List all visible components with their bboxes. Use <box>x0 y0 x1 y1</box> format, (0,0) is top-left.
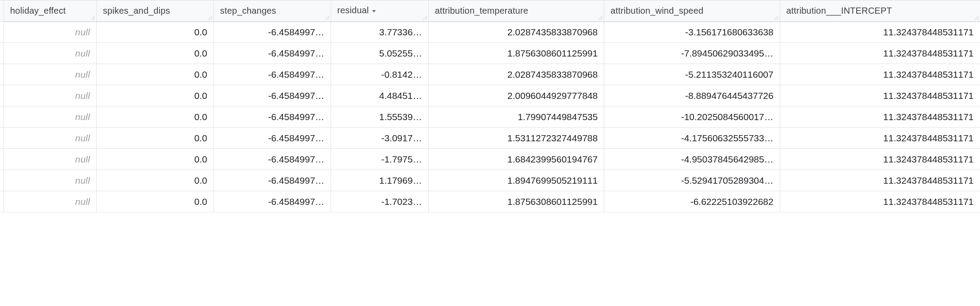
cell-attribution___INTERCEPT[interactable]: 11.324378448531171 <box>780 22 980 43</box>
cell-holiday_effect[interactable]: null <box>4 64 97 85</box>
cell-step_changes[interactable]: -6.4584997… <box>214 128 331 149</box>
cell-attribution_wind_speed[interactable]: -8.889476445437726 <box>604 85 780 106</box>
column-header-label: step_changes <box>220 6 276 15</box>
cell-attribution_temperature[interactable]: 2.0096044929777848 <box>428 85 604 106</box>
column-resize-handle-icon[interactable] <box>974 15 979 20</box>
column-header-attribution_temperature[interactable]: attribution_temperature <box>428 0 604 22</box>
cell-residual[interactable]: 4.48451… <box>331 85 428 106</box>
cell-residual[interactable]: -0.8142… <box>331 64 428 85</box>
table-row[interactable]: null0.0-6.4584997…-3.0917…1.531127232744… <box>0 128 980 149</box>
table-row[interactable]: null0.0-6.4584997…5.05255…1.875630860112… <box>0 43 980 64</box>
cell-attribution_temperature[interactable]: 1.8756308601125991 <box>428 43 604 64</box>
cell-attribution_wind_speed[interactable]: -4.95037845642985… <box>604 149 780 170</box>
cell-attribution___INTERCEPT[interactable]: 11.324378448531171 <box>780 43 980 64</box>
column-header-attribution___INTERCEPT[interactable]: attribution___INTERCEPT <box>780 0 980 22</box>
cell-attribution_wind_speed[interactable]: -5.52941705289304… <box>604 170 780 191</box>
cell-holiday_effect[interactable]: null <box>4 149 97 170</box>
cell-holiday_effect[interactable]: null <box>4 170 97 191</box>
cell-spikes_and_dips[interactable]: 0.0 <box>96 85 214 106</box>
cell-holiday_effect[interactable]: null <box>4 191 97 212</box>
cell-spikes_and_dips[interactable]: 0.0 <box>96 128 214 149</box>
cell-value: 1.8756308601125991 <box>507 48 598 58</box>
cell-step_changes[interactable]: -6.4584997… <box>214 191 331 212</box>
column-header-label: attribution_wind_speed <box>610 6 703 15</box>
cell-residual[interactable]: -1.7023… <box>331 191 428 212</box>
cell-attribution___INTERCEPT[interactable]: 11.324378448531171 <box>780 149 980 170</box>
column-resize-handle-icon[interactable] <box>207 15 213 20</box>
cell-step_changes[interactable]: -6.4584997… <box>214 64 331 85</box>
cell-value: 0.0 <box>194 27 207 37</box>
cell-holiday_effect[interactable]: null <box>4 22 97 43</box>
cell-attribution_temperature[interactable]: 1.5311272327449788 <box>428 128 604 149</box>
table-header: holiday_effectspikes_and_dipsstep_change… <box>0 0 980 22</box>
cell-holiday_effect[interactable]: null <box>4 106 97 128</box>
cell-attribution_wind_speed[interactable]: -7.89450629033495… <box>604 43 780 64</box>
header-row: holiday_effectspikes_and_dipsstep_change… <box>0 0 980 22</box>
cell-attribution_temperature[interactable]: 1.6842399560194767 <box>428 149 604 170</box>
row-leading-gutter <box>0 191 4 212</box>
cell-attribution_wind_speed[interactable]: -10.2025084560017… <box>604 106 780 128</box>
cell-attribution___INTERCEPT[interactable]: 11.324378448531171 <box>780 106 980 128</box>
table-row[interactable]: null0.0-6.4584997…4.48451…2.009604492977… <box>0 85 980 106</box>
cell-spikes_and_dips[interactable]: 0.0 <box>96 149 214 170</box>
cell-step_changes[interactable]: -6.4584997… <box>214 149 331 170</box>
cell-spikes_and_dips[interactable]: 0.0 <box>96 106 214 128</box>
column-resize-handle-icon[interactable] <box>324 15 330 20</box>
cell-spikes_and_dips[interactable]: 0.0 <box>96 64 214 85</box>
cell-attribution___INTERCEPT[interactable]: 11.324378448531171 <box>780 191 980 212</box>
cell-holiday_effect[interactable]: null <box>4 85 97 106</box>
table-row[interactable]: null0.0-6.4584997…1.55539…1.799074498475… <box>0 106 980 128</box>
cell-spikes_and_dips[interactable]: 0.0 <box>96 22 214 43</box>
cell-attribution_temperature[interactable]: 2.0287435833870968 <box>428 22 604 43</box>
cell-attribution_temperature[interactable]: 1.8947699505219111 <box>428 170 604 191</box>
cell-step_changes[interactable]: -6.4584997… <box>214 85 331 106</box>
cell-attribution_wind_speed[interactable]: -4.17560632555733… <box>604 128 780 149</box>
null-value: null <box>75 91 90 101</box>
cell-value: 1.8947699505219111 <box>507 175 598 185</box>
cell-attribution_temperature[interactable]: 1.8756308601125991 <box>428 191 604 212</box>
column-header-label: attribution___INTERCEPT <box>786 6 892 15</box>
column-header-spikes_and_dips[interactable]: spikes_and_dips <box>96 0 214 22</box>
table-row[interactable]: null0.0-6.4584997…-0.8142…2.028743583387… <box>0 64 980 85</box>
cell-residual[interactable]: 1.17969… <box>331 170 428 191</box>
table-row[interactable]: null0.0-6.4584997…-1.7975…1.684239956019… <box>0 149 980 170</box>
cell-spikes_and_dips[interactable]: 0.0 <box>96 43 214 64</box>
cell-holiday_effect[interactable]: null <box>4 43 97 64</box>
cell-residual[interactable]: 1.55539… <box>331 106 428 128</box>
column-header-step_changes[interactable]: step_changes <box>214 0 331 22</box>
cell-attribution_temperature[interactable]: 1.79907449847535 <box>428 106 604 128</box>
cell-step_changes[interactable]: -6.4584997… <box>214 22 331 43</box>
cell-spikes_and_dips[interactable]: 0.0 <box>96 191 214 212</box>
cell-attribution_wind_speed[interactable]: -6.62225103922682 <box>604 191 780 212</box>
column-header-label: attribution_temperature <box>435 6 528 15</box>
cell-attribution___INTERCEPT[interactable]: 11.324378448531171 <box>780 128 980 149</box>
table-row[interactable]: null0.0-6.4584997…1.17969…1.894769950521… <box>0 170 980 191</box>
column-header-holiday_effect[interactable]: holiday_effect <box>4 0 97 22</box>
column-header-residual[interactable]: residual <box>331 0 428 22</box>
cell-attribution___INTERCEPT[interactable]: 11.324378448531171 <box>780 64 980 85</box>
column-resize-handle-icon[interactable] <box>422 15 427 20</box>
cell-attribution___INTERCEPT[interactable]: 11.324378448531171 <box>780 170 980 191</box>
cell-residual[interactable]: 5.05255… <box>331 43 428 64</box>
cell-step_changes[interactable]: -6.4584997… <box>214 106 331 128</box>
svg-line-10 <box>601 18 602 20</box>
cell-holiday_effect[interactable]: null <box>4 128 97 149</box>
cell-spikes_and_dips[interactable]: 0.0 <box>96 170 214 191</box>
cell-value: 1.8756308601125991 <box>507 196 598 207</box>
cell-step_changes[interactable]: -6.4584997… <box>214 43 331 64</box>
cell-attribution___INTERCEPT[interactable]: 11.324378448531171 <box>780 85 980 106</box>
column-header-attribution_wind_speed[interactable]: attribution_wind_speed <box>604 0 780 22</box>
table-row[interactable]: null0.0-6.4584997…-1.7023…1.875630860112… <box>0 191 980 212</box>
cell-value: 4.48451… <box>379 91 422 101</box>
table-row[interactable]: null0.0-6.4584997…3.77336…2.028743583387… <box>0 22 980 43</box>
column-resize-handle-icon[interactable] <box>598 15 603 20</box>
cell-step_changes[interactable]: -6.4584997… <box>214 170 331 191</box>
cell-attribution_temperature[interactable]: 2.0287435833870968 <box>428 64 604 85</box>
cell-residual[interactable]: 3.77336… <box>331 22 428 43</box>
cell-residual[interactable]: -1.7975… <box>331 149 428 170</box>
cell-attribution_wind_speed[interactable]: -5.211353240116007 <box>604 64 780 85</box>
column-resize-handle-icon[interactable] <box>774 15 779 20</box>
column-resize-handle-icon[interactable] <box>90 15 95 20</box>
cell-attribution_wind_speed[interactable]: -3.156171680633638 <box>604 22 780 43</box>
cell-residual[interactable]: -3.0917… <box>331 128 428 149</box>
